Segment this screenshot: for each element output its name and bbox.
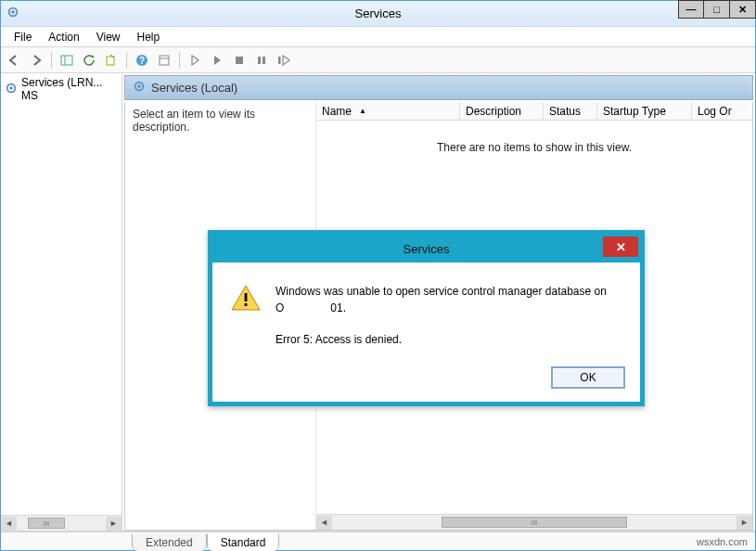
description-hint: Select an item to view its description. [133, 108, 255, 134]
titlebar: Services — □ ✕ [1, 1, 755, 27]
help-icon[interactable]: ? [133, 51, 151, 70]
tree-horizontal-scrollbar[interactable]: ◄ III ► [1, 515, 122, 531]
svg-rect-9 [236, 57, 243, 64]
menu-action[interactable]: Action [41, 29, 86, 45]
empty-list-message: There are no items to show in this view. [316, 141, 752, 154]
separator [179, 52, 180, 69]
close-button[interactable]: ✕ [730, 0, 756, 19]
list-header: Name ▲ Description Status Startup Type L… [316, 102, 752, 121]
tab-standard[interactable]: Standard [207, 533, 280, 551]
svg-rect-18 [245, 303, 248, 306]
svg-point-16 [137, 84, 141, 88]
tab-extended[interactable]: Extended [132, 533, 207, 551]
svg-rect-7 [160, 56, 169, 65]
toolbar: ? [1, 47, 755, 73]
sort-ascending-icon: ▲ [359, 107, 366, 115]
nav-forward-icon[interactable] [27, 51, 45, 70]
refresh-icon[interactable] [80, 51, 98, 70]
svg-rect-11 [263, 57, 265, 64]
start-service-icon[interactable] [186, 51, 204, 70]
gear-icon [5, 82, 18, 97]
svg-rect-17 [245, 293, 248, 301]
show-hide-tree-icon[interactable] [58, 51, 76, 70]
view-tabs: Extended Standard [122, 528, 279, 550]
tree-pane: Services (LRN... MS ◄ III ► [1, 73, 122, 531]
error-dialog: Services ✕ Windows was unable to open se… [208, 230, 645, 406]
restart-service-icon[interactable] [275, 51, 293, 70]
maximize-button[interactable]: □ [704, 0, 730, 19]
ok-button[interactable]: OK [551, 366, 625, 389]
menu-view[interactable]: View [89, 29, 128, 45]
dialog-line2: O 01. [275, 300, 607, 316]
separator [51, 52, 52, 69]
properties-icon[interactable] [155, 51, 173, 70]
svg-rect-4 [107, 57, 114, 65]
scroll-left-icon[interactable]: ◄ [316, 516, 332, 530]
dialog-title: Services [404, 242, 450, 256]
menu-help[interactable]: Help [130, 29, 168, 45]
dialog-buttons: OK [212, 357, 640, 402]
menubar: File Action View Help [1, 27, 755, 47]
svg-text:?: ? [139, 56, 145, 66]
tree-root-item[interactable]: Services (LRN... MS [1, 73, 122, 105]
gear-icon [133, 80, 146, 96]
scroll-right-icon[interactable]: ► [737, 516, 752, 530]
svg-point-14 [9, 86, 13, 90]
dialog-close-button[interactable]: ✕ [603, 237, 638, 257]
scroll-thumb[interactable]: III [442, 517, 627, 528]
window-title: Services [355, 6, 402, 20]
nav-back-icon[interactable] [5, 51, 23, 70]
separator [126, 52, 127, 69]
column-name[interactable]: Name ▲ [316, 102, 460, 120]
svg-point-1 [11, 10, 15, 14]
column-label: Name [322, 105, 352, 118]
window-controls: — □ ✕ [678, 0, 756, 19]
menu-file[interactable]: File [6, 29, 39, 45]
statusbar: wsxdn.com [1, 532, 755, 550]
scroll-track[interactable]: III [19, 517, 104, 531]
scroll-thumb[interactable]: III [28, 518, 65, 529]
status-text: wsxdn.com [697, 536, 748, 547]
dialog-titlebar: Services ✕ [212, 235, 640, 263]
pane-header: Services (Local) [124, 75, 753, 100]
services-gear-icon [6, 6, 19, 21]
export-list-icon[interactable] [102, 51, 121, 70]
warning-icon [231, 285, 261, 311]
play-service-icon[interactable] [208, 51, 226, 70]
column-status[interactable]: Status [544, 102, 597, 120]
scroll-left-icon[interactable]: ◄ [1, 517, 17, 531]
svg-rect-2 [61, 56, 72, 65]
column-description[interactable]: Description [460, 102, 544, 120]
dialog-text: Windows was unable to open service contr… [275, 283, 607, 348]
scroll-right-icon[interactable]: ► [106, 517, 122, 531]
dialog-line3: Error 5: Access is denied. [275, 331, 607, 348]
stop-service-icon[interactable] [230, 51, 249, 70]
dialog-line1: Windows was unable to open service contr… [275, 283, 607, 300]
services-window: Services — □ ✕ File Action View Help [0, 0, 756, 551]
svg-rect-10 [258, 57, 261, 64]
pane-title: Services (Local) [151, 81, 237, 95]
tree-item-label: Services (LRN... MS [21, 76, 118, 102]
dialog-body: Windows was unable to open service contr… [212, 263, 640, 357]
list-horizontal-scrollbar[interactable]: ◄ III ► [316, 514, 752, 530]
scroll-track[interactable]: III [334, 516, 735, 530]
column-startup-type[interactable]: Startup Type [597, 102, 692, 120]
minimize-button[interactable]: — [678, 0, 704, 19]
svg-rect-12 [278, 57, 281, 64]
column-logon-as[interactable]: Log Or [692, 102, 752, 120]
pause-service-icon[interactable] [252, 51, 271, 70]
